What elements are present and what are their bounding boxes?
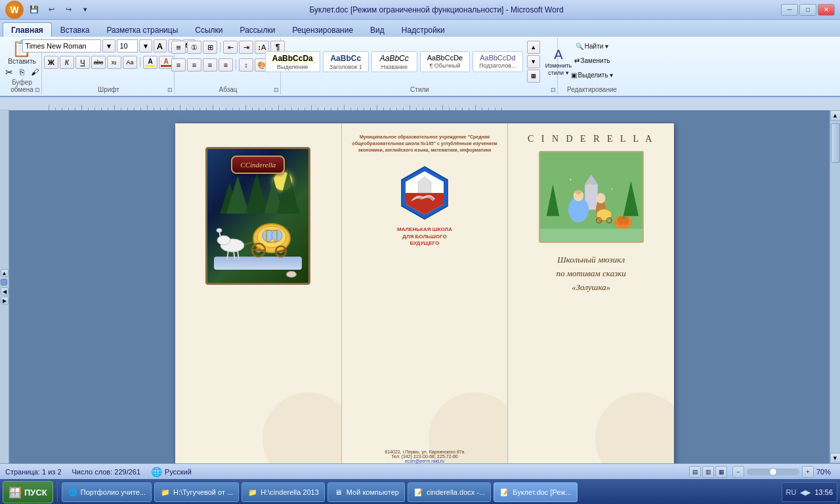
school-header-text: Муниципальное образовательное учреждение… [350, 134, 500, 153]
decrease-indent-button[interactable]: ⇤ [223, 41, 238, 54]
cinderella-title-badge: CCinderella [231, 156, 285, 174]
view-fullscreen-button[interactable]: ▥ [702, 466, 714, 478]
bold-button[interactable]: Ж [44, 56, 58, 69]
email-link[interactable]: econ@perm.raid.ru [405, 459, 444, 463]
style-subhead[interactable]: AaBbCcDd Подзаголов... [472, 51, 522, 72]
document: CCinderella [175, 123, 674, 463]
styles-scroll-up[interactable]: ▲ [527, 41, 540, 54]
align-left-button[interactable]: ≡ [171, 58, 186, 72]
taskbar-btn-tuguchevoy[interactable]: 📁 Н:\Тугучевой от ... [154, 482, 239, 502]
svg-rect-41 [622, 216, 624, 219]
increase-indent-button[interactable]: ⇥ [239, 41, 253, 54]
font-name-dropdown[interactable]: ▾ [102, 39, 116, 52]
strikethrough-button[interactable]: abc [91, 56, 106, 69]
font-name-box[interactable]: Times New Roman [22, 39, 101, 52]
taskbar-btn-cinderelladocx[interactable]: 📝 cinderella.docx -... [408, 482, 491, 502]
font-size-dropdown[interactable]: ▾ [139, 39, 152, 52]
tab-addins[interactable]: Надстройки [393, 22, 453, 37]
zoom-percent: 70% [816, 468, 835, 476]
font-grow-button[interactable]: A [154, 39, 167, 52]
tab-mailings[interactable]: Рассылки [232, 22, 284, 37]
office-button[interactable]: W [5, 1, 24, 19]
find-button[interactable]: 🔍 Найти ▾ [572, 39, 612, 52]
style-label-0: AaBbCcDa [270, 53, 316, 64]
start-button[interactable]: 🪟 ПУСК [3, 481, 53, 503]
subscript-button[interactable]: х₂ [107, 56, 121, 69]
scroll-up-button[interactable]: ▲ [830, 110, 841, 121]
address-text: 614022, г.Пермь, ул. Карпинского 87а [347, 450, 503, 454]
tab-home[interactable]: Главная [3, 22, 52, 37]
para-sep2 [236, 60, 236, 70]
style-heading1[interactable]: AaBbCc Заголовок 1 [323, 51, 369, 72]
taskbar-btn-portfolio[interactable]: 🌐 Портфолио учите... [62, 482, 152, 502]
numbering-button[interactable]: ① [187, 41, 201, 54]
taskbar-btn-mycomputer[interactable]: 🖥 Мой компьютер [327, 482, 405, 502]
italic-button[interactable]: К [60, 56, 74, 69]
svg-line-21 [227, 251, 228, 260]
view-print-button[interactable]: ▤ [689, 466, 701, 478]
svg-point-18 [217, 236, 230, 245]
replace-button[interactable]: ⇄ Заменить [571, 54, 614, 67]
qat-save[interactable]: 💾 [28, 4, 41, 16]
highlight-color-button[interactable]: А [143, 56, 158, 69]
zoom-out-button[interactable]: − [732, 466, 744, 478]
font-name-row: Times New Roman ▾ 10 ▾ A A Аа [22, 39, 196, 52]
underline-button[interactable]: Ч [75, 56, 90, 69]
nav-next-button[interactable]: ▶ [1, 297, 9, 304]
tab-references[interactable]: Ссылки [186, 22, 231, 37]
word-count-text: Число слов: 229/261 [72, 468, 141, 476]
maximize-button[interactable]: □ [799, 4, 816, 16]
taskbar-btn-buklet[interactable]: 📝 Буклет.doc [Реж... [494, 482, 578, 502]
horses-svg [214, 226, 250, 262]
svg-point-46 [596, 209, 611, 220]
select-button[interactable]: ▣ Выделить ▾ [568, 68, 617, 81]
multilevel-button[interactable]: ⊞ [203, 41, 217, 54]
scrollbar-vertical: ▲ ▼ [830, 110, 840, 463]
style-normal[interactable]: AaBbCcDe ¶ Обычный [420, 51, 470, 72]
align-center-button[interactable]: ≡ [187, 58, 201, 72]
qat-undo[interactable]: ↩ [45, 4, 58, 16]
taskbar-icon-cinderelladocx: 📝 [413, 487, 424, 497]
tab-layout[interactable]: Разметка страницы [98, 22, 186, 37]
language-indicator[interactable]: 🌐 Русский [151, 467, 192, 477]
subtitle-line2: по мотивам сказки [556, 267, 626, 281]
scroll-thumb[interactable] [831, 123, 840, 163]
minimize-button[interactable]: ─ [781, 4, 798, 16]
qat-dropdown[interactable]: ▾ [79, 4, 92, 16]
tray-arrows[interactable]: ◀▶ [800, 488, 810, 497]
taskbar-icon-tuguchevoy: 📁 [160, 487, 171, 497]
style-name[interactable]: AaBbCc Название [371, 51, 417, 72]
style-label-1: AaBbCc [327, 53, 364, 64]
svg-line-23 [238, 251, 239, 260]
tab-insert[interactable]: Вставка [52, 22, 98, 37]
styles-group: AaBbCcDa Выделение AaBbCc Заголовок 1 Aa… [282, 38, 558, 94]
zoom-in-button[interactable]: + [802, 466, 814, 478]
styles-scroll-down[interactable]: ▼ [527, 55, 540, 68]
cut-button[interactable]: ✂ [3, 66, 16, 79]
ribbon: Главная Вставка Разметка страницы Ссылки… [0, 20, 840, 97]
style-выделение[interactable]: AaBbCcDa Выделение [265, 51, 320, 72]
view-web-button[interactable]: ▦ [715, 466, 727, 478]
start-label: ПУСК [24, 488, 47, 497]
line-spacing-button[interactable]: ↕ [239, 58, 253, 72]
close-button[interactable]: ✕ [818, 4, 835, 16]
styles-expand[interactable]: ⊡ [551, 87, 556, 93]
bullets-button[interactable]: ≡ [171, 41, 186, 54]
doc-right-panel: C I N D E R E L L A [508, 123, 674, 463]
tab-review[interactable]: Рецензирование [284, 22, 362, 37]
zoom-slider[interactable] [747, 469, 799, 475]
justify-button[interactable]: ≡ [219, 58, 233, 72]
taskbar-icon-cinderella2013: 📁 [247, 487, 258, 497]
superscript-button[interactable]: Аа [123, 56, 137, 69]
tab-view[interactable]: Вид [362, 22, 393, 37]
tray-lang: RU [786, 488, 797, 496]
qat-redo[interactable]: ↪ [62, 4, 75, 16]
zoom-control: − + 70% [732, 466, 835, 478]
taskbar-btn-cinderella2013[interactable]: 📁 Н:\cinderella 2013 [242, 482, 325, 502]
font-size-box[interactable]: 10 [117, 39, 138, 52]
styles-more[interactable]: ⊞ [527, 70, 540, 83]
nav-prev-button[interactable]: ◀ [1, 287, 9, 295]
nav-up-button[interactable]: ▲ [1, 269, 9, 277]
scroll-down-button[interactable]: ▼ [830, 453, 841, 463]
align-right-button[interactable]: ≡ [203, 58, 217, 72]
